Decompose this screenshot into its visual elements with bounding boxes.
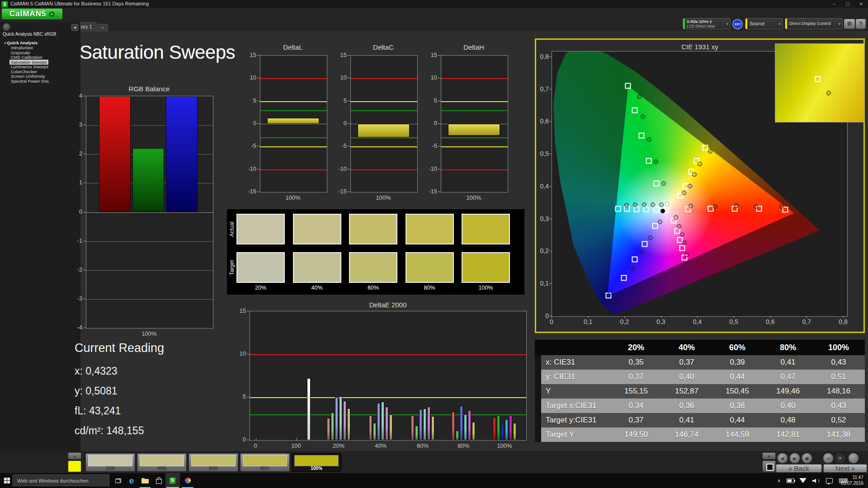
tick-mark [348, 55, 350, 56]
swatch-col-label: 20% [236, 285, 285, 291]
deltah-chart [441, 55, 508, 192]
tick-label: 5 [424, 97, 437, 104]
sidebar-item-screen-uniformity[interactable]: Screen Uniformity [11, 74, 45, 79]
next-button[interactable]: Next » [823, 464, 867, 473]
deltae-bar-white [307, 378, 311, 440]
wifi-icon[interactable] [797, 473, 808, 488]
sidebar-item-colorchecker[interactable]: ColorChecker [11, 69, 37, 74]
green-measured-circle [641, 114, 645, 119]
deltae-bar-40%-0 [369, 415, 372, 440]
deltae-xlabel: 100 [285, 442, 307, 449]
row-notch [535, 399, 541, 413]
pattern-button-80%[interactable]: 80% [240, 453, 290, 472]
pattern-collapse-button[interactable]: ▲ [68, 452, 81, 460]
notification-icon[interactable] [824, 473, 835, 488]
deltae-bar-20%-1 [331, 413, 334, 440]
sidebar-item-introduction[interactable]: Introduction [11, 45, 33, 50]
pattern-chip [294, 455, 339, 466]
sidebar-item-grayscale[interactable]: Grayscale [11, 50, 30, 55]
deltae-bar-100%-5 [513, 423, 516, 440]
tick-label: 10 [333, 74, 347, 81]
help-button[interactable]: ? [855, 19, 866, 29]
task-view-button[interactable] [111, 473, 125, 488]
tick-mark [438, 123, 441, 124]
magenta-measured-circle [674, 215, 678, 220]
display-window-button[interactable] [762, 460, 776, 472]
tab-add[interactable]: + [97, 24, 108, 32]
ref-line [260, 169, 327, 170]
rgb-bar-red [99, 96, 131, 212]
delta-xlabel: 100% [338, 194, 429, 201]
settings-button[interactable]: ⚙ [844, 19, 855, 29]
sidebar-collapse-button[interactable]: ◀ [71, 24, 78, 31]
sidebar-item-saturation-sweeps[interactable]: Saturation Sweeps [9, 60, 48, 65]
sidebar-root-quick-analysis[interactable]: ◢ Quick Analysis [4, 40, 38, 45]
table-value: 0,43 [813, 401, 864, 410]
table-header-cell: 100% [813, 343, 864, 352]
tick-mark [734, 316, 734, 318]
sidebar-item-cms-calibration[interactable]: CMS Calibration [11, 55, 42, 60]
deltae-bar-60%-4 [427, 407, 430, 440]
pattern-preview-button[interactable] [68, 460, 81, 472]
deltae-bar-100%-0 [493, 417, 496, 440]
refresh-button[interactable]: ⟳ [835, 453, 845, 464]
blank-transport-button[interactable] [848, 453, 859, 464]
pattern-button-60%[interactable]: 60% [189, 453, 238, 472]
table-value: 0,39 [712, 358, 763, 367]
meter-dropdown[interactable]: X-Rite i1Pro 2 LCD Direct View ▾ [683, 18, 731, 29]
display-control-dropdown[interactable]: Direct Display Control ▾ [785, 18, 843, 29]
table-header-row: 20%40%60%80%100% [535, 340, 865, 355]
tick-mark [83, 241, 86, 241]
battery-icon[interactable] [785, 473, 796, 488]
volume-icon[interactable] [810, 473, 821, 488]
pattern-button-20%[interactable]: 20% [85, 453, 135, 472]
title-bar: 5 CalMAN 5 CalMAN Ultimate for Business … [0, 0, 868, 8]
tick-mark [83, 299, 86, 299]
table-value: 148,16 [813, 387, 864, 396]
tray-chevron-icon[interactable]: ∧ [774, 473, 784, 488]
back-button[interactable]: « Back [776, 464, 822, 473]
taskbar-search-input[interactable]: Web und Windows durchsuchen [13, 474, 109, 486]
display-collapse-button[interactable]: ▲ [762, 452, 776, 460]
start-button[interactable] [0, 473, 14, 488]
store-button[interactable] [152, 473, 165, 488]
calman-logo[interactable]: CalMAN5 ▾ [2, 9, 62, 19]
pattern-button-100%[interactable]: 100% [292, 453, 341, 472]
paint-app-button[interactable] [181, 473, 194, 488]
sidebar-item-luminance-sweeps[interactable]: Luminance Sweeps [11, 64, 48, 69]
workflow-radio-icon[interactable] [3, 23, 10, 30]
edge-button[interactable]: e [125, 473, 138, 488]
tick-label: -15 [333, 188, 347, 195]
deltae-bar-100%-1 [497, 415, 500, 440]
green-measured-circle [661, 181, 666, 186]
ref-line [441, 110, 508, 111]
blue-target-square [652, 223, 658, 229]
cie-xtick: 0,3 [652, 318, 670, 325]
tick-mark [83, 270, 86, 270]
tick-mark [247, 440, 250, 440]
ref-line [260, 137, 327, 138]
close-button[interactable]: ✕ [854, 0, 868, 8]
taskbar-clock[interactable]: 11:47 03.07.2016 [841, 474, 863, 486]
play-button[interactable]: ▶ [789, 453, 800, 464]
continuous-button[interactable]: ∞ [823, 453, 834, 464]
back-label: Back [794, 465, 809, 472]
sidebar-item-spectral-power-dist-[interactable]: Spectral Power Dist. [11, 79, 50, 84]
logo-menu-caret-icon[interactable]: ▾ [49, 11, 55, 17]
file-explorer-button[interactable] [138, 473, 152, 488]
cie-xtick: 0,8 [834, 318, 852, 325]
minimize-button[interactable]: – [827, 0, 841, 8]
maximize-button[interactable]: ▢ [841, 0, 854, 8]
calman-taskbar-button[interactable]: 5 [165, 473, 180, 488]
table-row: Target Y149,50146,74144,59142,81141,38 [535, 427, 865, 442]
table-value: 0,34 [611, 401, 661, 410]
pattern-button-40%[interactable]: 40% [137, 453, 187, 472]
magenta-measured-circle [682, 240, 687, 245]
help-icon: ? [859, 21, 862, 27]
source-dropdown[interactable]: Source ▾ [745, 18, 783, 29]
tick-label: -2 [69, 266, 82, 273]
show-desktop-button[interactable] [866, 473, 868, 488]
pattern-window-button[interactable]: ▣ [802, 453, 812, 464]
stop-button[interactable]: ■ [777, 453, 788, 464]
table-value: 0,40 [661, 372, 712, 381]
